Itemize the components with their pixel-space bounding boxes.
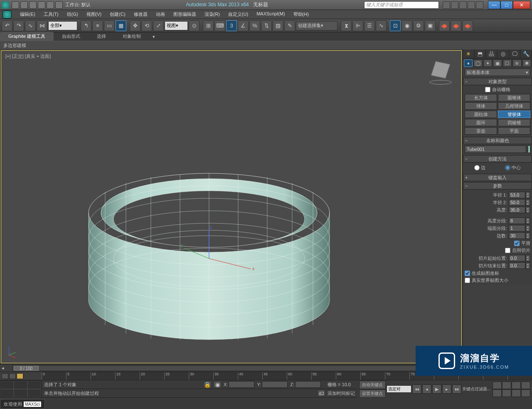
add-time-tag[interactable]: 添加时间标记	[328, 390, 355, 397]
viewport-label[interactable]: [+] [正交] [真实 + 边面]	[5, 53, 51, 59]
edged-faces-icon[interactable]: ▨	[273, 20, 283, 31]
curve-editor-icon[interactable]: ∿	[376, 20, 387, 31]
zoom-icon[interactable]	[512, 382, 521, 389]
center-radio[interactable]: 中心	[505, 165, 521, 171]
name-color-rollout-header[interactable]: −名称和颜色	[463, 137, 532, 144]
helpers-cat-icon[interactable]: ☐	[503, 59, 512, 67]
zoom-extents-all-icon[interactable]	[521, 389, 530, 397]
menu-渲染(R)[interactable]: 渲染(R)	[200, 11, 224, 17]
qat-save-icon[interactable]	[29, 1, 37, 9]
exchange-icon[interactable]	[459, 1, 467, 9]
create-长方体[interactable]: 长方体	[465, 94, 497, 101]
qat-new-icon[interactable]	[12, 1, 19, 9]
radius1-spinner[interactable]: ▲▼	[509, 192, 530, 198]
max-viewport-icon[interactable]	[512, 389, 521, 397]
menu-组(G)[interactable]: 组(G)	[63, 11, 82, 17]
redo-icon[interactable]: ↷	[13, 20, 24, 31]
viewcube[interactable]	[428, 59, 453, 84]
time-tag-icon[interactable]: 🏷	[318, 390, 325, 397]
create-几何球体[interactable]: 几何球体	[498, 102, 530, 110]
cap-segs-spinner[interactable]: ▲▼	[509, 225, 530, 232]
slice-on-checkbox[interactable]	[505, 248, 510, 253]
select-name-icon[interactable]: ≡	[92, 20, 103, 31]
geometry-cat-icon[interactable]: ●	[464, 59, 473, 67]
layer-manager-icon[interactable]: ☰	[364, 20, 375, 31]
create-管状体[interactable]: 管状体	[498, 111, 530, 118]
menu-图形编辑器[interactable]: 图形编辑器	[169, 11, 200, 17]
radius2-spinner[interactable]: ▲▼	[509, 199, 530, 206]
time-slider-thumb[interactable]: 0 / 100	[14, 366, 39, 371]
spacewarps-cat-icon[interactable]: ≋	[512, 59, 521, 67]
auto-grid-checkbox[interactable]	[485, 87, 490, 92]
perspective-viewport[interactable]: [+] [正交] [真实 + 边面]	[1, 50, 462, 363]
ribbon-expand-icon[interactable]: ▾	[149, 33, 158, 41]
fov-icon[interactable]	[493, 389, 502, 397]
tube-object[interactable]: z x y	[76, 167, 342, 358]
track-key-icon[interactable]	[17, 373, 23, 379]
create-四棱锥[interactable]: 四棱锥	[498, 119, 530, 126]
mirror-icon[interactable]: ⧗	[341, 20, 352, 31]
parameters-rollout-header[interactable]: −参数	[463, 182, 532, 190]
qat-link-icon[interactable]	[55, 1, 63, 9]
key-filter-label[interactable]: 关键点过滤器...	[462, 386, 490, 392]
close-button[interactable]: ✕	[513, 1, 530, 9]
motion-tab-icon[interactable]: ◎	[498, 49, 509, 58]
tab-graphite[interactable]: Graphite 建模工具	[0, 32, 54, 41]
poly-modeling-label[interactable]: 多边形建模	[3, 42, 26, 49]
welcome-screen-button[interactable]: 欢迎使用MAXSci	[0, 399, 45, 409]
next-frame-icon[interactable]: ▸	[442, 384, 451, 394]
spinner-snap-icon[interactable]: ⇅	[261, 20, 272, 31]
qat-redo-icon[interactable]	[47, 1, 54, 9]
goto-start-icon[interactable]: ⏮	[412, 384, 421, 394]
utilities-tab-icon[interactable]: 🔧	[520, 49, 532, 58]
keyboard-shortcut-icon[interactable]: ⌨	[214, 20, 225, 31]
cameras-cat-icon[interactable]: ▣	[493, 59, 502, 67]
render-setup-icon[interactable]: ⚙	[413, 20, 424, 31]
macro-recorder-panel[interactable]	[0, 380, 42, 398]
menu-帮助(H)[interactable]: 帮助(H)	[289, 11, 313, 17]
auto-key-button[interactable]: 自动关键点	[359, 381, 386, 389]
rotate-icon[interactable]: ⟲	[141, 20, 152, 31]
application-button[interactable]	[2, 10, 12, 19]
create-球体[interactable]: 球体	[465, 102, 497, 110]
create-茶壶[interactable]: 茶壶	[465, 127, 497, 135]
create-tab-icon[interactable]: ☀	[463, 49, 475, 58]
pivot-icon[interactable]: ⊙	[189, 20, 200, 31]
select-object-icon[interactable]: ↰	[81, 20, 91, 31]
goto-end-icon[interactable]: ⏭	[452, 384, 461, 394]
workspace-label[interactable]: 工作台: 默认	[65, 2, 91, 8]
edge-radio[interactable]: 边	[474, 165, 485, 171]
hierarchy-tab-icon[interactable]: 品	[486, 49, 498, 58]
z-coord-input[interactable]	[295, 381, 321, 388]
rect-region-icon[interactable]: ▭	[104, 20, 115, 31]
pan-icon[interactable]	[493, 382, 502, 389]
ref-coord-dropdown[interactable]: 视图 ▾	[165, 21, 188, 30]
snap-toggle-icon[interactable]: 3	[226, 20, 237, 31]
gen-uv-checkbox[interactable]	[465, 271, 470, 276]
angle-snap-icon[interactable]: ∠	[238, 20, 249, 31]
shapes-cat-icon[interactable]: ◯	[473, 59, 482, 67]
modify-tab-icon[interactable]: ⬒	[475, 49, 486, 58]
menu-创建(C)[interactable]: 创建(C)	[106, 11, 129, 17]
create-圆锥体[interactable]: 圆锥体	[498, 94, 530, 101]
infocenter-icon[interactable]	[443, 1, 450, 9]
qat-undo-icon[interactable]	[38, 1, 45, 9]
set-key-button[interactable]: 设置关键点	[359, 389, 386, 398]
lock-selection-icon[interactable]: 🔒	[204, 381, 211, 388]
orbit-icon[interactable]	[502, 382, 511, 389]
height-segs-spinner[interactable]: ▲▼	[509, 217, 530, 224]
help-search-input[interactable]: 键入关键字或短语	[364, 1, 439, 9]
app-icon[interactable]	[2, 1, 9, 9]
create-圆柱体[interactable]: 圆柱体	[465, 111, 497, 118]
key-filter-dropdown[interactable]: 选定对	[387, 385, 411, 393]
percent-snap-icon[interactable]: %	[249, 20, 260, 31]
prev-frame-icon[interactable]: ◂	[422, 384, 431, 394]
help-icon[interactable]	[476, 1, 483, 9]
align-icon[interactable]: ⊫	[352, 20, 363, 31]
smooth-checkbox[interactable]	[514, 241, 520, 246]
object-type-rollout-header[interactable]: −对象类型	[463, 78, 532, 85]
display-tab-icon[interactable]: 🖵	[509, 49, 521, 58]
play-icon[interactable]: ▶	[432, 384, 441, 394]
slice-to-spinner[interactable]: ▲▼	[509, 262, 530, 269]
menu-自定义(U)[interactable]: 自定义(U)	[224, 11, 252, 17]
